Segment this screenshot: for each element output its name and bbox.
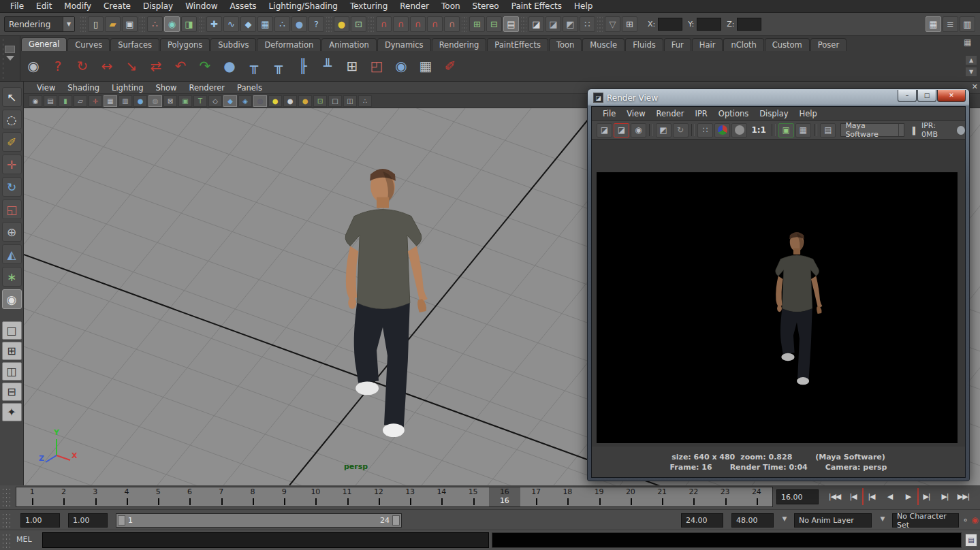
one-to-one-button[interactable]: 1:1 (748, 123, 769, 138)
mask-rendering-icon[interactable]: ● (291, 16, 307, 32)
animation-start-field[interactable]: 1.00 (20, 513, 60, 528)
frame-cell[interactable]: 4 (111, 487, 142, 506)
shelf-tab[interactable]: Polygons (160, 38, 210, 51)
shelf-tab[interactable]: Custom (765, 38, 810, 51)
cluster-relative-icon[interactable]: ╥ (268, 55, 289, 77)
go-to-end-button[interactable]: ▶▶| (954, 488, 973, 505)
menu-item[interactable]: Toon (435, 0, 467, 13)
show-manipulator-tool[interactable]: ∗ (2, 267, 22, 287)
shelf-scroll-up-icon[interactable]: ▲ (965, 55, 977, 65)
menu-item[interactable]: Help (568, 0, 599, 13)
shelf-tab[interactable]: Fluids (625, 38, 663, 51)
coord-input[interactable] (658, 18, 682, 31)
safe-title-icon[interactable]: T (193, 95, 207, 107)
cluster-icon[interactable]: ╥ (243, 55, 265, 77)
shelf-tab[interactable]: Rendering (432, 38, 487, 51)
plugin-panel-icon[interactable]: ∴ (358, 95, 372, 107)
shelf-tab[interactable]: Subdivs (210, 38, 256, 51)
render-frame-icon[interactable]: ◪ (597, 123, 612, 138)
frame-cell[interactable]: 13 (394, 487, 426, 506)
toolbar-separator[interactable] (199, 16, 204, 33)
playback-start-field[interactable]: 1.00 (68, 513, 108, 528)
camera-orbit-icon[interactable]: ↻ (72, 55, 93, 77)
set-driven-key-icon[interactable]: ◰ (366, 55, 388, 77)
image-plane-icon[interactable]: ▱ (74, 95, 87, 107)
menu-item[interactable]: Texturing (344, 0, 394, 13)
animation-end-field[interactable]: 48.00 (731, 513, 774, 528)
channel-box-toggle-icon[interactable]: ▥ (960, 16, 975, 32)
play-forward-button[interactable]: ▶ (899, 488, 917, 505)
menu-item[interactable]: Display (137, 0, 179, 13)
coord-input[interactable] (737, 18, 761, 31)
camera-attributes-icon[interactable]: ▤ (44, 95, 57, 107)
frame-cell[interactable]: 2 (48, 487, 79, 506)
script-editor-icon[interactable]: ▤ (965, 534, 977, 547)
render-view-menu-item[interactable]: Help (794, 109, 823, 118)
cluster-handle-icon[interactable]: ╨ (317, 55, 338, 77)
frame-cell[interactable]: 18 (552, 487, 583, 506)
remove-image-icon[interactable]: ▦ (795, 123, 811, 138)
frame-cell[interactable]: 23 (710, 487, 741, 506)
minimize-button[interactable]: – (898, 90, 917, 102)
toolbar-separator[interactable] (80, 16, 86, 33)
select-hierarchy-icon[interactable]: ∴ (147, 16, 163, 32)
close-button[interactable]: ✕ (937, 90, 966, 102)
maximize-button[interactable]: □ (917, 90, 936, 102)
shaded-mode-icon[interactable]: ◆ (223, 95, 237, 107)
frame-cell[interactable]: 3 (80, 487, 111, 506)
shelf-tab[interactable]: Deformation (257, 38, 321, 51)
trash-icon[interactable]: ▦ (964, 37, 975, 48)
menu-item[interactable]: Lighting/Shading (263, 0, 344, 13)
snap-to-curves-icon[interactable]: ∩ (393, 16, 409, 32)
menu-item[interactable]: Stereo (467, 0, 505, 13)
pan-zoom-icon[interactable]: ✛ (89, 95, 102, 107)
frame-cell[interactable]: 1 (16, 487, 48, 506)
frame-cell[interactable]: 10 (300, 487, 331, 506)
ipr-render-icon[interactable]: ◩ (656, 123, 671, 138)
xray-icon[interactable]: ◫ (343, 95, 357, 107)
renderer-selector[interactable]: Maya Software (840, 123, 904, 137)
shelf-tab[interactable]: Muscle (582, 38, 625, 51)
frame-cell[interactable]: 17 (520, 487, 552, 506)
mask-misc-icon[interactable]: ? (309, 16, 324, 32)
mask-dynamics-icon[interactable]: ∴ (274, 16, 290, 32)
shelf-tab[interactable]: Dynamics (377, 38, 431, 51)
render-view-menu-item[interactable]: IPR (690, 109, 713, 118)
toolbar-separator[interactable] (140, 16, 145, 33)
undo-icon[interactable]: ↶ (170, 55, 191, 77)
symmetry-icon[interactable]: ⊞ (622, 16, 637, 32)
shelf-tab[interactable]: General (21, 37, 67, 51)
shelf-tab[interactable]: Toon (549, 38, 582, 51)
universal-manipulator-tool[interactable]: ⊕ (2, 222, 22, 242)
field-chart-icon[interactable]: ⊠ (163, 95, 177, 107)
play-backward-button[interactable]: ◀ (881, 488, 899, 505)
layout-single-pane[interactable]: □ (2, 321, 22, 340)
gate-mask-icon[interactable]: ◍ (148, 95, 162, 107)
film-gate-icon[interactable]: ▥ (118, 95, 132, 107)
render-settings-icon[interactable]: ∷ (580, 16, 595, 32)
bookmark-icon[interactable]: ▮ (59, 95, 72, 107)
snap-to-grids-icon[interactable]: ∩ (376, 16, 392, 32)
select-component-icon[interactable]: ◨ (181, 16, 197, 32)
last-tool[interactable]: ◉ (2, 289, 22, 309)
lasso-tool[interactable]: ◌ (2, 110, 22, 129)
shelf-tab[interactable]: Animation (321, 38, 377, 51)
camera-pan-icon[interactable]: ↔ (96, 55, 118, 77)
flat-light-icon[interactable]: ● (283, 95, 297, 107)
render-image-area[interactable] (592, 140, 965, 447)
rgb-channels-icon[interactable] (714, 123, 730, 138)
toolbar-separator[interactable] (521, 16, 526, 33)
help-line-icon[interactable]: ? (47, 55, 69, 77)
time-slider-track[interactable]: 1 2 3 4 (16, 487, 773, 507)
viewport-character[interactable] (315, 159, 451, 444)
resolution-gate-icon[interactable]: ● (133, 95, 147, 107)
mask-curves-icon[interactable]: ∿ (223, 16, 239, 32)
grid-display-icon[interactable]: ▦ (104, 95, 117, 107)
open-render-view-icon[interactable]: ◪ (528, 16, 544, 32)
highlight-selection-mode-icon[interactable]: ⊡ (351, 16, 366, 32)
mask-deformations-icon[interactable]: ▦ (257, 16, 273, 32)
redo-previous-render-icon[interactable]: ↻ (673, 123, 689, 138)
tool-settings-toggle-icon[interactable]: ≡ (943, 16, 958, 32)
step-back-key-button[interactable]: |◀ (844, 488, 862, 505)
panel-menu-item[interactable]: Shading (61, 83, 106, 93)
